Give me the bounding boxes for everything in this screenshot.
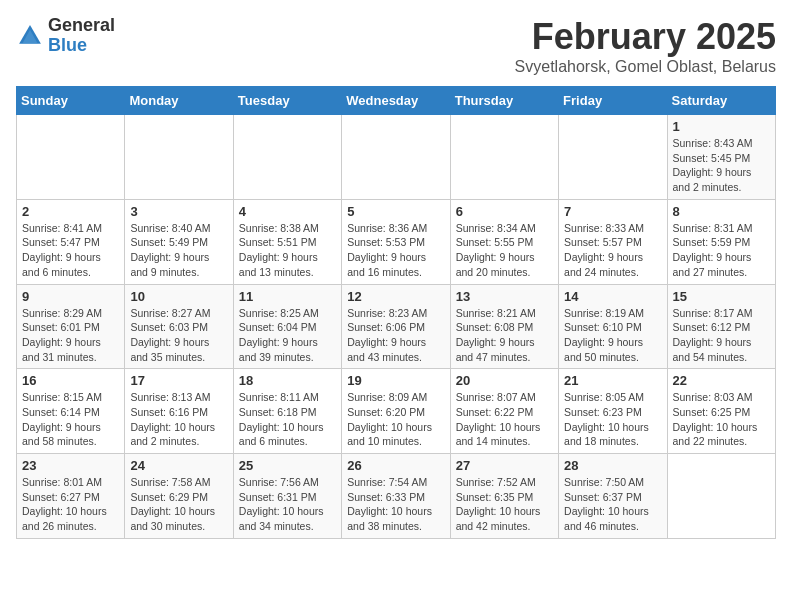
day-number: 7	[564, 204, 661, 219]
calendar-week-4: 16Sunrise: 8:15 AM Sunset: 6:14 PM Dayli…	[17, 369, 776, 454]
day-info: Sunrise: 8:36 AM Sunset: 5:53 PM Dayligh…	[347, 221, 444, 280]
calendar-cell: 8Sunrise: 8:31 AM Sunset: 5:59 PM Daylig…	[667, 199, 775, 284]
day-number: 24	[130, 458, 227, 473]
day-number: 10	[130, 289, 227, 304]
calendar-cell: 1Sunrise: 8:43 AM Sunset: 5:45 PM Daylig…	[667, 115, 775, 200]
calendar-cell: 20Sunrise: 8:07 AM Sunset: 6:22 PM Dayli…	[450, 369, 558, 454]
calendar-cell: 12Sunrise: 8:23 AM Sunset: 6:06 PM Dayli…	[342, 284, 450, 369]
day-info: Sunrise: 8:03 AM Sunset: 6:25 PM Dayligh…	[673, 390, 770, 449]
calendar-cell: 15Sunrise: 8:17 AM Sunset: 6:12 PM Dayli…	[667, 284, 775, 369]
day-info: Sunrise: 8:01 AM Sunset: 6:27 PM Dayligh…	[22, 475, 119, 534]
weekday-monday: Monday	[125, 87, 233, 115]
weekday-wednesday: Wednesday	[342, 87, 450, 115]
calendar-cell: 19Sunrise: 8:09 AM Sunset: 6:20 PM Dayli…	[342, 369, 450, 454]
day-number: 28	[564, 458, 661, 473]
day-info: Sunrise: 7:52 AM Sunset: 6:35 PM Dayligh…	[456, 475, 553, 534]
calendar-cell: 11Sunrise: 8:25 AM Sunset: 6:04 PM Dayli…	[233, 284, 341, 369]
day-info: Sunrise: 8:34 AM Sunset: 5:55 PM Dayligh…	[456, 221, 553, 280]
calendar-cell: 26Sunrise: 7:54 AM Sunset: 6:33 PM Dayli…	[342, 454, 450, 539]
day-info: Sunrise: 8:29 AM Sunset: 6:01 PM Dayligh…	[22, 306, 119, 365]
weekday-friday: Friday	[559, 87, 667, 115]
calendar-cell: 22Sunrise: 8:03 AM Sunset: 6:25 PM Dayli…	[667, 369, 775, 454]
day-info: Sunrise: 8:33 AM Sunset: 5:57 PM Dayligh…	[564, 221, 661, 280]
calendar-body: 1Sunrise: 8:43 AM Sunset: 5:45 PM Daylig…	[17, 115, 776, 539]
calendar-cell	[667, 454, 775, 539]
day-info: Sunrise: 8:17 AM Sunset: 6:12 PM Dayligh…	[673, 306, 770, 365]
title-block: February 2025 Svyetlahorsk, Gomel Oblast…	[515, 16, 776, 76]
day-number: 19	[347, 373, 444, 388]
day-number: 2	[22, 204, 119, 219]
calendar-cell: 28Sunrise: 7:50 AM Sunset: 6:37 PM Dayli…	[559, 454, 667, 539]
page-title: February 2025	[515, 16, 776, 58]
calendar-header: SundayMondayTuesdayWednesdayThursdayFrid…	[17, 87, 776, 115]
day-number: 26	[347, 458, 444, 473]
day-info: Sunrise: 8:40 AM Sunset: 5:49 PM Dayligh…	[130, 221, 227, 280]
day-info: Sunrise: 8:07 AM Sunset: 6:22 PM Dayligh…	[456, 390, 553, 449]
day-number: 15	[673, 289, 770, 304]
logo-blue: Blue	[48, 36, 115, 56]
page-header: General Blue February 2025 Svyetlahorsk,…	[16, 16, 776, 76]
calendar-cell: 16Sunrise: 8:15 AM Sunset: 6:14 PM Dayli…	[17, 369, 125, 454]
weekday-tuesday: Tuesday	[233, 87, 341, 115]
calendar-week-2: 2Sunrise: 8:41 AM Sunset: 5:47 PM Daylig…	[17, 199, 776, 284]
calendar-cell	[125, 115, 233, 200]
day-number: 16	[22, 373, 119, 388]
calendar-cell: 14Sunrise: 8:19 AM Sunset: 6:10 PM Dayli…	[559, 284, 667, 369]
calendar-cell: 10Sunrise: 8:27 AM Sunset: 6:03 PM Dayli…	[125, 284, 233, 369]
day-number: 21	[564, 373, 661, 388]
page-subtitle: Svyetlahorsk, Gomel Oblast, Belarus	[515, 58, 776, 76]
day-info: Sunrise: 8:21 AM Sunset: 6:08 PM Dayligh…	[456, 306, 553, 365]
weekday-saturday: Saturday	[667, 87, 775, 115]
day-info: Sunrise: 8:41 AM Sunset: 5:47 PM Dayligh…	[22, 221, 119, 280]
day-info: Sunrise: 7:58 AM Sunset: 6:29 PM Dayligh…	[130, 475, 227, 534]
logo-general: General	[48, 16, 115, 36]
day-info: Sunrise: 8:31 AM Sunset: 5:59 PM Dayligh…	[673, 221, 770, 280]
calendar-cell: 25Sunrise: 7:56 AM Sunset: 6:31 PM Dayli…	[233, 454, 341, 539]
day-info: Sunrise: 8:25 AM Sunset: 6:04 PM Dayligh…	[239, 306, 336, 365]
day-info: Sunrise: 8:23 AM Sunset: 6:06 PM Dayligh…	[347, 306, 444, 365]
day-info: Sunrise: 8:11 AM Sunset: 6:18 PM Dayligh…	[239, 390, 336, 449]
day-info: Sunrise: 8:38 AM Sunset: 5:51 PM Dayligh…	[239, 221, 336, 280]
calendar-cell	[450, 115, 558, 200]
day-number: 11	[239, 289, 336, 304]
day-info: Sunrise: 7:56 AM Sunset: 6:31 PM Dayligh…	[239, 475, 336, 534]
day-number: 17	[130, 373, 227, 388]
calendar-cell: 24Sunrise: 7:58 AM Sunset: 6:29 PM Dayli…	[125, 454, 233, 539]
calendar-cell: 23Sunrise: 8:01 AM Sunset: 6:27 PM Dayli…	[17, 454, 125, 539]
day-number: 13	[456, 289, 553, 304]
day-info: Sunrise: 8:27 AM Sunset: 6:03 PM Dayligh…	[130, 306, 227, 365]
calendar-cell: 7Sunrise: 8:33 AM Sunset: 5:57 PM Daylig…	[559, 199, 667, 284]
day-number: 8	[673, 204, 770, 219]
calendar-cell: 5Sunrise: 8:36 AM Sunset: 5:53 PM Daylig…	[342, 199, 450, 284]
day-number: 27	[456, 458, 553, 473]
day-number: 18	[239, 373, 336, 388]
calendar-cell: 4Sunrise: 8:38 AM Sunset: 5:51 PM Daylig…	[233, 199, 341, 284]
day-number: 23	[22, 458, 119, 473]
weekday-thursday: Thursday	[450, 87, 558, 115]
calendar-cell	[233, 115, 341, 200]
calendar-cell: 13Sunrise: 8:21 AM Sunset: 6:08 PM Dayli…	[450, 284, 558, 369]
calendar-week-1: 1Sunrise: 8:43 AM Sunset: 5:45 PM Daylig…	[17, 115, 776, 200]
weekday-row: SundayMondayTuesdayWednesdayThursdayFrid…	[17, 87, 776, 115]
calendar-cell: 2Sunrise: 8:41 AM Sunset: 5:47 PM Daylig…	[17, 199, 125, 284]
weekday-sunday: Sunday	[17, 87, 125, 115]
calendar-cell: 9Sunrise: 8:29 AM Sunset: 6:01 PM Daylig…	[17, 284, 125, 369]
day-info: Sunrise: 8:19 AM Sunset: 6:10 PM Dayligh…	[564, 306, 661, 365]
day-info: Sunrise: 8:05 AM Sunset: 6:23 PM Dayligh…	[564, 390, 661, 449]
day-number: 3	[130, 204, 227, 219]
calendar-cell	[17, 115, 125, 200]
day-info: Sunrise: 8:43 AM Sunset: 5:45 PM Dayligh…	[673, 136, 770, 195]
day-number: 1	[673, 119, 770, 134]
day-number: 14	[564, 289, 661, 304]
day-number: 9	[22, 289, 119, 304]
calendar-cell: 21Sunrise: 8:05 AM Sunset: 6:23 PM Dayli…	[559, 369, 667, 454]
day-number: 5	[347, 204, 444, 219]
calendar-cell: 17Sunrise: 8:13 AM Sunset: 6:16 PM Dayli…	[125, 369, 233, 454]
day-number: 25	[239, 458, 336, 473]
day-info: Sunrise: 8:09 AM Sunset: 6:20 PM Dayligh…	[347, 390, 444, 449]
day-number: 20	[456, 373, 553, 388]
calendar-cell	[342, 115, 450, 200]
calendar-week-3: 9Sunrise: 8:29 AM Sunset: 6:01 PM Daylig…	[17, 284, 776, 369]
day-number: 22	[673, 373, 770, 388]
calendar-cell: 3Sunrise: 8:40 AM Sunset: 5:49 PM Daylig…	[125, 199, 233, 284]
